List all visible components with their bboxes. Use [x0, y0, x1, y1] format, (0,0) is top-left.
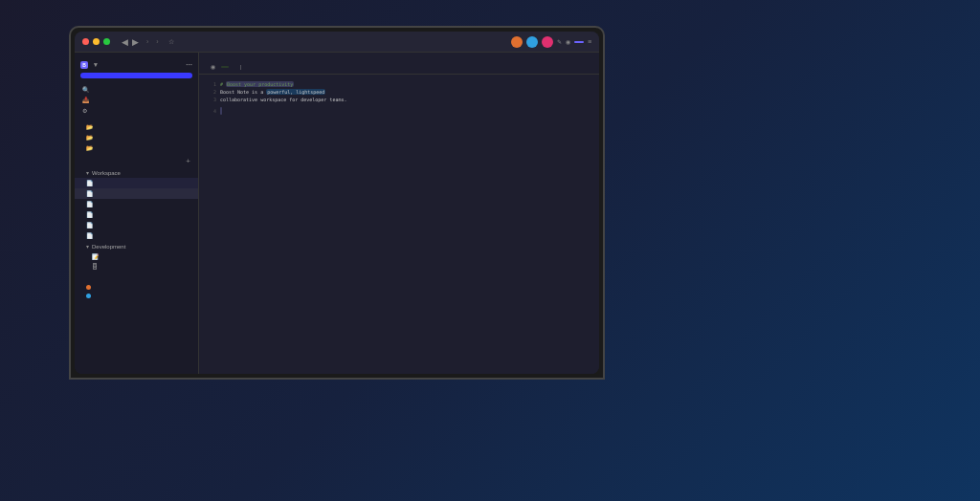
- doc-icon-1: 📄: [86, 180, 93, 186]
- workspace-getting-started-1[interactable]: 📄: [75, 178, 198, 188]
- doc-body: 1 # Boost your productivity 2 Boost Note…: [199, 75, 599, 374]
- inbox-icon: 📥: [82, 97, 89, 103]
- workspace-embed[interactable]: 📄: [75, 220, 198, 230]
- laptop-screen: ◀ ▶ › › ☆ ✎: [75, 32, 599, 374]
- dropdown-icon[interactable]: ▾: [94, 61, 98, 69]
- top-bar: ◀ ▶ › › ☆ ✎: [75, 32, 599, 53]
- workspace-make-own-app[interactable]: 📄: [75, 199, 198, 209]
- doc-header: ◉ |: [199, 53, 599, 75]
- share-button[interactable]: [574, 41, 584, 43]
- doc-icon-8: 🗄: [92, 264, 98, 270]
- folder-icon-3: 📂: [86, 144, 93, 151]
- app-body: B ▾ ··· 🔍 📥: [75, 53, 599, 374]
- traffic-light-red[interactable]: [82, 38, 89, 45]
- doc-icon-7: 📝: [92, 253, 99, 260]
- main-content: ◉ | 1: [199, 53, 599, 374]
- doc-icon-4: 📄: [86, 211, 93, 218]
- status-badge[interactable]: [221, 66, 229, 68]
- nav-back[interactable]: ◀: [122, 37, 128, 47]
- folder-icon-2: 📂: [86, 134, 93, 141]
- label-api[interactable]: [75, 283, 198, 292]
- sidebar-inbox[interactable]: 📥: [75, 95, 198, 105]
- doc-icon-2: 📄: [86, 190, 93, 197]
- edit-icon[interactable]: ✎: [557, 38, 562, 45]
- add-folder-icon[interactable]: +: [186, 157, 190, 165]
- code-editor[interactable]: 1 # Boost your productivity 2 Boost Note…: [199, 75, 599, 374]
- nav-forward[interactable]: ▶: [132, 37, 139, 47]
- doc-sep: |: [240, 64, 242, 70]
- folders-header: +: [75, 153, 198, 167]
- breadcrumb-sep2: ›: [156, 38, 158, 45]
- more-icon[interactable]: ···: [186, 60, 192, 69]
- code-line-1: 1 # Boost your productivity: [205, 80, 593, 88]
- doc-icon-5: 📄: [86, 222, 93, 229]
- label-dot-boost: [86, 294, 91, 298]
- folder-icon: 📂: [86, 123, 93, 130]
- sidebar-search[interactable]: 🔍: [75, 84, 198, 95]
- sidebar-dev-teams[interactable]: 📂: [75, 132, 198, 142]
- in-progress-icon: ◉: [211, 63, 215, 70]
- development-folder[interactable]: ▾ Development: [75, 241, 198, 251]
- traffic-light-green[interactable]: [103, 38, 110, 45]
- breadcrumb-sep1: ›: [146, 38, 148, 45]
- workspace-customize[interactable]: 📄: [75, 209, 198, 220]
- label-boost-note[interactable]: [75, 292, 198, 300]
- doc-meta: ◉ |: [211, 63, 588, 70]
- doc-icon-6: 📄: [86, 232, 93, 239]
- eye-icon[interactable]: ◉: [566, 38, 570, 45]
- create-doc-button[interactable]: [80, 73, 192, 78]
- star-icon[interactable]: ☆: [168, 38, 174, 46]
- avatar-3: [542, 36, 553, 48]
- laptop-screen-wrapper: ◀ ▶ › › ☆ ✎: [69, 26, 605, 380]
- meeting-notes[interactable]: 📝: [75, 251, 198, 262]
- workspace-item-0[interactable]: ▾ Workspace: [75, 167, 198, 178]
- sidebar-last-30[interactable]: 📂: [75, 142, 198, 153]
- workspace-getting-started-2[interactable]: 📄: [75, 188, 198, 199]
- nav-breadcrumb: ◀ ▶ › › ☆: [122, 37, 507, 47]
- code-line-4: 4: [205, 107, 593, 115]
- avatar-1: [511, 36, 523, 48]
- app-logo: B ▾ ···: [75, 58, 198, 73]
- search-icon: 🔍: [82, 86, 89, 93]
- doc-icon-3: 📄: [86, 201, 93, 207]
- database-schema[interactable]: 🗄: [75, 262, 198, 272]
- code-line-2: 2 Boost Note is a powerful, lightspeed: [205, 88, 593, 96]
- sidebar-settings[interactable]: ⚙: [75, 105, 198, 116]
- menu-icon[interactable]: ≡: [588, 38, 591, 45]
- top-bar-right: ✎ ◉ ≡: [511, 36, 591, 48]
- code-line-3: 3 collaborative workspace for developer …: [205, 96, 593, 103]
- chevron-icon: ▾: [86, 169, 89, 176]
- traffic-light-yellow[interactable]: [93, 38, 100, 45]
- sidebar-in-progress[interactable]: 📂: [75, 121, 198, 132]
- sidebar: B ▾ ··· 🔍 📥: [75, 53, 199, 374]
- settings-icon: ⚙: [82, 107, 87, 114]
- app-ui: ◀ ▶ › › ☆ ✎: [75, 32, 599, 374]
- avatar-2: [526, 36, 538, 48]
- label-dot-api: [86, 285, 91, 290]
- scene: ◀ ▶ › › ☆ ✎: [21, 16, 959, 485]
- workspace-pro-plan[interactable]: 📄: [75, 230, 198, 241]
- logo-icon: B: [80, 61, 88, 69]
- chevron-dev: ▾: [86, 243, 89, 250]
- laptop: ◀ ▶ › › ☆ ✎: [69, 26, 643, 427]
